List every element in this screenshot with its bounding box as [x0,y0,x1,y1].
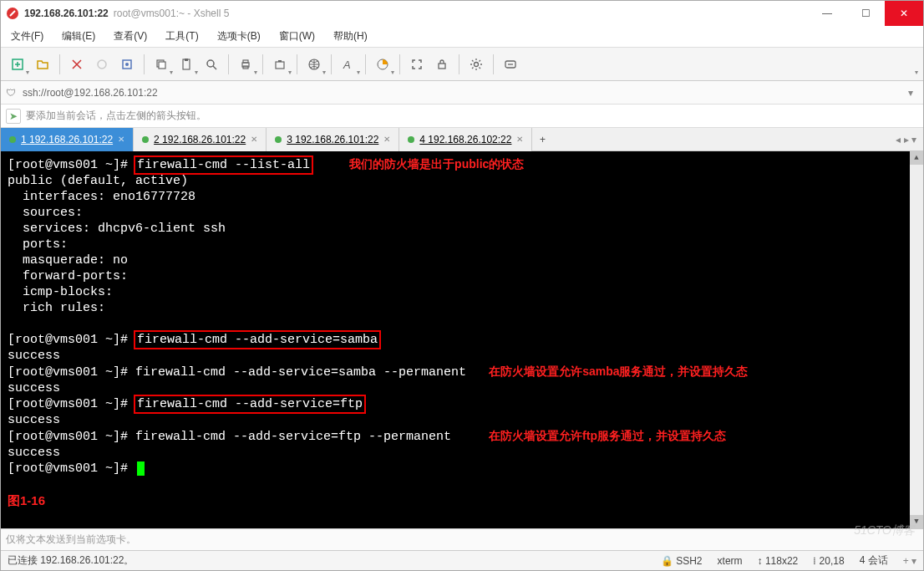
terminal[interactable]: [root@vms001 ~]# firewall-cmd --list-all… [1,151,923,528]
new-session-button[interactable] [6,53,29,76]
disconnect-button[interactable] [90,53,114,76]
new-tab-button[interactable]: + [532,134,552,145]
cursor [137,461,145,476]
globe-button[interactable] [302,53,326,76]
toolbar-separator [144,54,145,74]
session-tab-1[interactable]: 1 192.168.26.101:22 ✕ [1,128,134,151]
settings-button[interactable] [465,53,488,76]
menu-edit[interactable]: 编辑(E) [58,28,99,45]
send-bar[interactable]: 仅将文本发送到当前选项卡。 [1,528,923,550]
font-button[interactable]: A [337,53,360,76]
toolbar-separator [297,54,297,74]
terminal-prompt: [root@vms001 ~]# [8,461,135,476]
compose-button[interactable] [499,53,522,76]
toolbar-separator [262,54,263,74]
lock-button[interactable] [430,53,454,76]
titlebar: 192.168.26.101:22 root@vms001:~ - Xshell… [1,1,923,26]
paste-button[interactable] [175,53,198,76]
menu-view[interactable]: 查看(V) [110,28,150,45]
status-dot-icon [408,136,414,143]
session-tab-3[interactable]: 3 192.168.26.101:22 ✕ [267,128,399,151]
toolbar-overflow[interactable] [895,53,918,76]
maximize-button[interactable]: ☐ [846,1,885,26]
tab-close-icon[interactable]: ✕ [383,135,390,144]
svg-rect-11 [243,60,248,63]
tab-nav-arrows[interactable]: ◂ ▸ ▾ [889,134,923,145]
svg-rect-6 [159,62,165,69]
send-bar-text: 仅将文本发送到当前选项卡。 [6,533,136,547]
print-button[interactable] [234,53,257,76]
window-title-host: 192.168.26.101:22 [24,8,109,19]
toolbar: A [1,48,923,81]
svg-rect-8 [185,59,188,61]
properties-button[interactable] [115,53,139,76]
svg-rect-17 [439,64,445,69]
terminal-prompt: [root@vms001 ~]# [8,430,135,444]
terminal-prompt: [root@vms001 ~]# [8,397,135,411]
status-cursor-pos: ⁞ 20,18 [813,555,844,567]
menu-window[interactable]: 窗口(W) [276,28,318,45]
status-connection: 已连接 192.168.26.101:22。 [8,553,134,568]
hint-text: 要添加当前会话，点击左侧的箭头按钮。 [26,109,206,123]
status-dot-icon [9,136,16,143]
tab-close-icon[interactable]: ✕ [516,135,523,144]
terminal-output: success [8,413,60,427]
session-tab-2[interactable]: 2 192.168.26.101:22 ✕ [134,128,267,151]
cmd-add-ftp-perm: firewall-cmd --add-service=ftp --permane… [135,430,451,444]
menu-help[interactable]: 帮助(H) [330,28,371,45]
cmd-add-samba-perm: firewall-cmd --add-service=samba --perma… [135,365,466,380]
copy-button[interactable] [150,53,173,76]
toolbar-separator [228,54,229,74]
session-tab-4[interactable]: 4 192.168.26.102:22 ✕ [399,128,532,151]
menubar: 文件(F) 编辑(E) 查看(V) 工具(T) 选项卡(B) 窗口(W) 帮助(… [1,26,923,48]
reconnect-button[interactable] [65,53,89,76]
fullscreen-button[interactable] [405,53,429,76]
tab-close-icon[interactable]: ✕ [118,135,124,144]
terminal-output: success [8,446,60,460]
status-term-type: xterm [718,555,743,567]
terminal-prompt: [root@vms001 ~]# [8,158,135,172]
terminal-output: success [8,381,60,395]
menu-tabs[interactable]: 选项卡(B) [214,28,264,45]
figure-label: 图1-16 [8,493,45,507]
terminal-prompt: [root@vms001 ~]# [8,333,135,347]
window-title-sub: root@vms001:~ - Xshell 5 [114,8,230,19]
terminal-output: success [8,349,60,363]
minimize-button[interactable]: — [808,1,846,26]
terminal-prompt: [root@vms001 ~]# [8,365,135,380]
add-session-arrow-icon[interactable]: ➤ [6,109,21,124]
lock-icon: 🛡 [6,87,19,99]
address-url[interactable]: ssh://root@192.168.26.101:22 [23,87,903,99]
address-bar: 🛡 ssh://root@192.168.26.101:22 ▾ [1,81,923,105]
scroll-up-icon[interactable]: ▲ [910,151,923,165]
menu-file[interactable]: 文件(F) [8,28,47,45]
cmd-list-all: firewall-cmd --list-all [135,157,312,173]
status-protocol: 🔒 SSH2 [661,555,703,567]
annotation-samba: 在防火墙设置允许samba服务通过，并设置持久态 [489,365,748,378]
tabbar: 1 192.168.26.101:22 ✕ 2 192.168.26.101:2… [1,128,923,151]
tab-close-icon[interactable]: ✕ [251,135,257,144]
menu-tools[interactable]: 工具(T) [162,28,201,45]
terminal-output: public (default, active) interfaces: eno… [8,174,226,315]
toolbar-separator [493,54,494,74]
svg-point-9 [207,60,214,67]
tab-label: 4 192.168.26.102:22 [419,134,511,145]
toolbar-separator [365,54,366,74]
toolbar-separator [459,54,459,74]
find-button[interactable] [200,53,223,76]
tab-label: 1 192.168.26.101:22 [21,134,113,145]
address-dropdown[interactable]: ▾ [903,87,918,99]
status-dot-icon [275,136,282,143]
status-size: ↕ 118x22 [758,555,799,567]
hint-bar: ➤ 要添加当前会话，点击左侧的箭头按钮。 [1,105,923,128]
close-button[interactable]: ✕ [885,1,923,26]
terminal-scrollbar[interactable]: ▲ ▼ [910,151,923,528]
color-button[interactable] [371,53,394,76]
open-session-button[interactable] [31,53,54,76]
toolbar-separator [399,54,400,74]
status-overflow[interactable]: + ▾ [903,555,916,567]
svg-point-2 [98,60,106,69]
ftp-button[interactable] [268,53,292,76]
svg-point-18 [475,62,479,66]
scroll-track[interactable] [910,165,923,515]
